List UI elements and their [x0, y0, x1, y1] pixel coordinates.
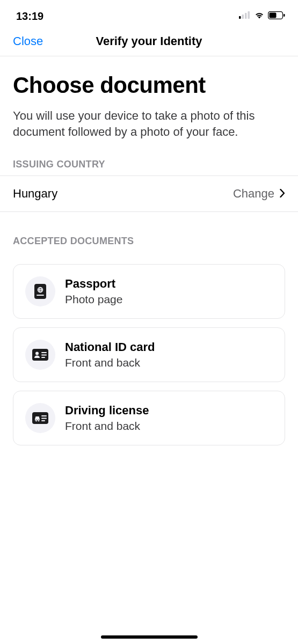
- wifi-icon: [254, 11, 265, 21]
- document-option-national-id[interactable]: National ID card Front and back: [13, 327, 285, 382]
- close-button[interactable]: Close: [13, 34, 43, 48]
- cellular-signal-icon: [239, 11, 251, 21]
- issuing-country-section-label: ISSUING COUNTRY: [0, 159, 298, 175]
- main-content: Choose document You will use your device…: [0, 56, 298, 445]
- svg-point-18: [35, 420, 38, 422]
- svg-rect-7: [34, 284, 46, 299]
- change-label: Change: [233, 187, 274, 201]
- nav-title: Verify your Identity: [0, 34, 298, 48]
- document-option-subtitle: Front and back: [65, 356, 155, 369]
- document-option-title: National ID card: [65, 340, 155, 354]
- svg-point-19: [38, 420, 40, 422]
- svg-rect-6: [284, 14, 285, 17]
- battery-icon: [268, 11, 285, 21]
- status-icons: [239, 11, 285, 21]
- change-country-action: Change: [233, 187, 285, 201]
- document-option-driving-license[interactable]: Driving license Front and back: [13, 391, 285, 445]
- svg-rect-2: [245, 13, 247, 19]
- svg-rect-5: [270, 12, 277, 18]
- id-card-icon: [25, 340, 55, 370]
- status-bar: 13:19: [0, 0, 298, 27]
- status-time: 13:19: [16, 10, 43, 23]
- document-option-title: Driving license: [65, 404, 149, 418]
- svg-point-13: [35, 352, 39, 355]
- document-option-subtitle: Front and back: [65, 420, 149, 433]
- driving-license-icon: [25, 403, 55, 433]
- document-cards: Passport Photo page National ID card Fro…: [0, 264, 298, 445]
- nav-bar: Close Verify your Identity: [0, 27, 298, 56]
- svg-rect-0: [239, 16, 241, 19]
- passport-icon: [25, 276, 55, 306]
- issuing-country-value: Hungary: [13, 187, 57, 201]
- page-title: Choose document: [0, 56, 298, 105]
- accepted-documents-section-label: ACCEPTED DOCUMENTS: [0, 236, 298, 252]
- document-option-passport[interactable]: Passport Photo page: [13, 264, 285, 319]
- chevron-right-icon: [280, 187, 285, 201]
- home-indicator[interactable]: [101, 635, 198, 639]
- page-subtitle: You will use your device to take a photo…: [0, 105, 298, 159]
- svg-rect-1: [242, 14, 244, 19]
- document-option-subtitle: Photo page: [65, 293, 122, 306]
- document-option-title: Passport: [65, 277, 122, 291]
- issuing-country-row[interactable]: Hungary Change: [0, 175, 298, 212]
- svg-rect-3: [248, 11, 250, 19]
